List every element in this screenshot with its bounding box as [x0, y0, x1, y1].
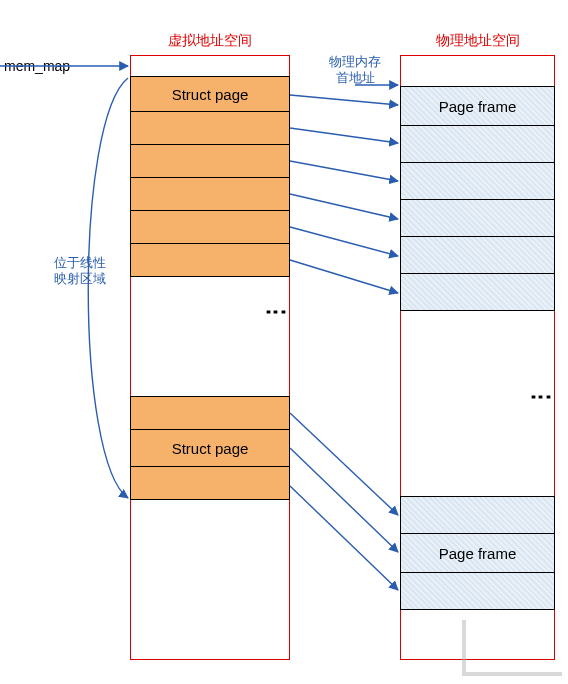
struct-page-item [130, 210, 290, 244]
ellipsis-icon: ⋮ [401, 386, 554, 406]
mem-map-label: mem_map [4, 58, 70, 74]
struct-page-item [130, 111, 290, 145]
page-frame-bottom: Page frame [400, 533, 555, 573]
page-frame-top: Page frame [400, 86, 555, 126]
phys-start-annot: 物理内存 首地址 [320, 54, 390, 87]
virtual-column: 虚拟地址空间 Struct page ⋮ Struct page [130, 55, 290, 660]
svg-line-8 [290, 413, 398, 515]
physical-column: 物理地址空间 Page frame ⋮ Page frame [400, 55, 555, 660]
svg-line-4 [290, 161, 398, 181]
svg-line-2 [290, 95, 398, 105]
linear-region-annot: 位于线性 映射区域 [45, 255, 115, 288]
page-frame-item [400, 496, 555, 534]
struct-page-item [130, 177, 290, 211]
struct-page-item [130, 243, 290, 277]
page-frame-item [400, 236, 555, 274]
struct-page-item [130, 466, 290, 500]
svg-line-10 [290, 486, 398, 590]
struct-page-bottom: Struct page [130, 429, 290, 467]
svg-line-7 [290, 260, 398, 293]
virtual-title: 虚拟地址空间 [131, 32, 289, 50]
struct-page-top: Struct page [130, 76, 290, 112]
page-frame-item [400, 572, 555, 610]
ellipsis-icon: ⋮ [131, 301, 289, 321]
struct-page-item [130, 396, 290, 430]
svg-line-6 [290, 227, 398, 256]
svg-line-3 [290, 128, 398, 143]
svg-line-9 [290, 448, 398, 552]
struct-page-item [130, 144, 290, 178]
page-frame-item [400, 162, 555, 200]
svg-line-5 [290, 194, 398, 219]
page-frame-item [400, 273, 555, 311]
page-frame-item [400, 199, 555, 237]
watermark [462, 620, 562, 676]
physical-title: 物理地址空间 [401, 32, 554, 50]
page-frame-item [400, 125, 555, 163]
